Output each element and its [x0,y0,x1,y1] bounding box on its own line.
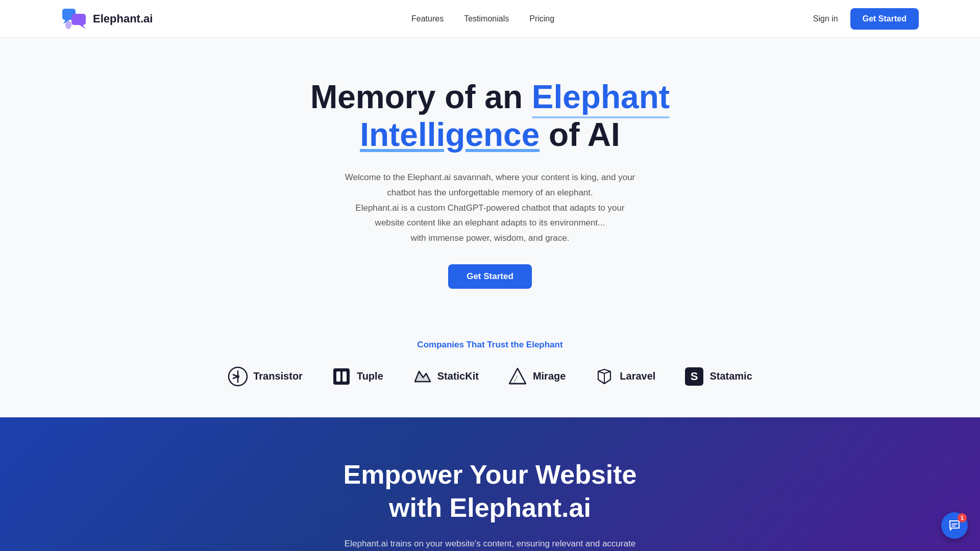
statamic-icon: S [684,366,704,387]
tuple-label: Tuple [357,370,383,382]
transistor-label: Transistor [253,370,303,382]
chat-badge: 1 [958,513,967,522]
svg-marker-3 [80,25,86,29]
chat-bubble-button[interactable]: 1 [941,512,968,539]
tuple-icon [331,366,352,387]
svg-rect-11 [336,371,340,382]
logo-link[interactable]: Elephant.ai [61,6,153,32]
laravel-icon [594,366,615,387]
hero-title-part1: Memory of an [310,79,532,115]
svg-point-9 [236,375,239,378]
statickit-icon [412,366,432,387]
hero-title-intelligence: Intelligence [360,116,540,153]
companies-heading: Companies That Trust the Elephant [20,340,960,350]
list-item: S Statamic [684,366,752,387]
mirage-icon [507,366,528,387]
hero-title-elephant: Elephant [532,79,670,115]
svg-rect-2 [71,14,86,25]
list-item: Laravel [594,366,655,387]
bottom-title: Empower Your Website with Elephant.ai [311,458,669,524]
hero-title: Memory of an Elephant Intelligence of AI [310,79,670,154]
nav-right: Sign in Get Started [813,8,919,30]
logo-text: Elephant.ai [93,12,153,26]
svg-point-4 [65,21,71,29]
statamic-label: Statamic [709,370,752,382]
hero-cta-button[interactable]: Get Started [448,264,532,289]
bottom-section: Empower Your Website with Elephant.ai El… [0,417,980,551]
nav-features[interactable]: Features [411,14,444,23]
svg-rect-10 [333,368,350,385]
companies-logos: Transistor Tuple StaticKit [20,366,960,387]
svg-rect-19 [951,523,958,524]
mirage-label: Mirage [533,370,566,382]
bottom-subtitle: Elephant.ai trains on your website's con… [337,537,643,551]
nav-pricing[interactable]: Pricing [529,14,554,23]
logo-icon [61,6,88,32]
nav-testimonials[interactable]: Testimonials [464,14,509,23]
svg-rect-20 [951,525,955,527]
svg-rect-12 [342,371,347,382]
companies-section: Companies That Trust the Elephant Transi… [0,319,980,417]
hero-section: Memory of an Elephant Intelligence of AI… [0,38,980,319]
hero-title-part3: of AI [540,116,620,153]
hero-subtitle: Welcome to the Elephant.ai savannah, whe… [345,170,635,246]
svg-text:S: S [691,370,698,383]
statickit-label: StaticKit [437,370,479,382]
transistor-icon [228,366,248,387]
navbar: Elephant.ai Features Testimonials Pricin… [0,0,980,38]
svg-line-15 [513,375,518,384]
list-item: StaticKit [412,366,479,387]
list-item: Tuple [331,366,383,387]
sign-in-link[interactable]: Sign in [813,14,838,23]
nav-links: Features Testimonials Pricing [411,14,554,23]
list-item: Mirage [507,366,566,387]
list-item: Transistor [228,366,303,387]
nav-get-started-button[interactable]: Get Started [850,8,919,30]
laravel-label: Laravel [620,370,655,382]
